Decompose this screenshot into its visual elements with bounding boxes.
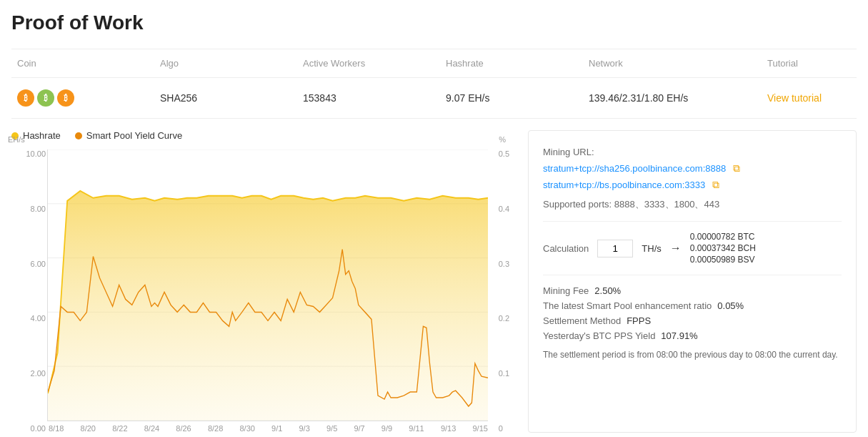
y-axis-left: 10.00 8.00 6.00 4.00 2.00 0.00 <box>19 149 46 433</box>
supported-ports: Supported ports: 8888、3333、1800、443 <box>543 198 842 211</box>
calc-result-btc: 0.00000782 BTC <box>690 232 756 242</box>
settlement-value: FPPS <box>627 315 651 326</box>
col-workers: Active Workers <box>297 55 440 72</box>
network-cell: 139.46/2.31/1.80 EH/s <box>583 89 762 107</box>
calc-results: 0.00000782 BTC 0.00037342 BCH 0.00050989… <box>690 232 756 265</box>
btc-icon: ₿ <box>17 89 34 107</box>
yield-value: 107.91% <box>661 330 697 341</box>
hashrate-cell: 9.07 EH/s <box>440 89 583 107</box>
coin-cell: ₿ ₿ ₿ <box>11 87 154 109</box>
yield-label: Yesterday's BTC PPS Yield <box>543 330 655 341</box>
tutorial-cell[interactable]: View tutorial <box>762 89 868 107</box>
settlement-stat: Settlement Method FPPS <box>543 315 842 326</box>
chart-container: Hashrate Smart Pool Yield Curve EH/s % 1… <box>11 130 517 433</box>
calc-arrow: → <box>670 242 682 255</box>
smart-pool-stat: The latest Smart Pool enhancement ratio … <box>543 300 842 311</box>
mining-url-2[interactable]: stratum+tcp://bs.poolbinance.com:3333 <box>543 180 705 190</box>
algo-cell: SHA256 <box>154 89 297 107</box>
smart-pool-stat-label: The latest Smart Pool enhancement ratio <box>543 300 712 311</box>
calc-result-bsv: 0.00050989 BSV <box>690 255 756 265</box>
mining-url-section: Mining URL: stratum+tcp://sha256.poolbin… <box>543 145 842 192</box>
calculation-row: Calculation TH/s → 0.00000782 BTC 0.0003… <box>543 232 842 265</box>
view-tutorial-link[interactable]: View tutorial <box>767 92 822 104</box>
divider-2 <box>543 275 842 275</box>
col-tutorial: Tutorial <box>762 55 868 72</box>
calc-label: Calculation <box>543 243 589 254</box>
x-axis: 8/18 8/20 8/22 8/24 8/26 8/28 8/30 9/1 9… <box>47 424 488 433</box>
col-hashrate: Hashrate <box>440 55 583 72</box>
smart-pool-dot <box>75 132 82 139</box>
chart-wrapper <box>47 149 488 421</box>
y-label-right: % <box>499 135 506 144</box>
settlement-label: Settlement Method <box>543 315 621 326</box>
coin-icons: ₿ ₿ ₿ <box>17 89 149 107</box>
info-panel: Mining URL: stratum+tcp://sha256.poolbin… <box>528 130 857 433</box>
chart-outer: EH/s % 10.00 8.00 6.00 4.00 2.00 0.00 0.… <box>47 149 488 433</box>
mining-url-label: Mining URL: <box>543 147 594 157</box>
y-axis-right: 0.5 0.4 0.3 0.2 0.1 0 <box>499 149 509 433</box>
smart-pool-stat-value: 0.05% <box>717 300 744 311</box>
settlement-note: The settlement period is from 08:00 the … <box>543 348 842 361</box>
chart-legend: Hashrate Smart Pool Yield Curve <box>11 130 517 141</box>
calc-input[interactable] <box>597 240 633 257</box>
calc-unit: TH/s <box>642 243 661 254</box>
chart-section: Hashrate Smart Pool Yield Curve EH/s % 1… <box>11 130 857 433</box>
chart-svg <box>48 149 488 421</box>
yield-stat: Yesterday's BTC PPS Yield 107.91% <box>543 330 842 341</box>
table-header: Coin Algo Active Workers Hashrate Networ… <box>11 49 857 78</box>
mining-fee-label: Mining Fee <box>543 285 589 296</box>
mining-fee-value: 2.50% <box>594 285 621 296</box>
y-label-left: EH/s <box>8 135 25 144</box>
table-row: ₿ ₿ ₿ SHA256 153843 9.07 EH/s 139.46/2.3… <box>11 78 857 119</box>
col-coin: Coin <box>11 55 154 72</box>
hashrate-label: Hashrate <box>23 130 61 141</box>
mining-url-1[interactable]: stratum+tcp://sha256.poolbinance.com:888… <box>543 163 726 174</box>
smart-pool-label: Smart Pool Yield Curve <box>86 130 182 141</box>
bch-icon: ₿ <box>37 89 54 107</box>
mining-fee-stat: Mining Fee 2.50% <box>543 285 842 296</box>
page-title: Proof of Work <box>11 11 857 34</box>
workers-cell: 153843 <box>297 89 440 107</box>
calc-result-bch: 0.00037342 BCH <box>690 243 756 253</box>
col-algo: Algo <box>154 55 297 72</box>
col-network: Network <box>583 55 762 72</box>
copy-icon-2[interactable]: ⧉ <box>712 177 719 192</box>
legend-smart-pool: Smart Pool Yield Curve <box>75 130 182 141</box>
copy-icon-1[interactable]: ⧉ <box>733 160 740 176</box>
chart-and-axes: 10.00 8.00 6.00 4.00 2.00 0.00 0.5 0.4 0… <box>47 149 488 433</box>
bsv-icon: ₿ <box>57 89 74 107</box>
divider-1 <box>543 221 842 222</box>
